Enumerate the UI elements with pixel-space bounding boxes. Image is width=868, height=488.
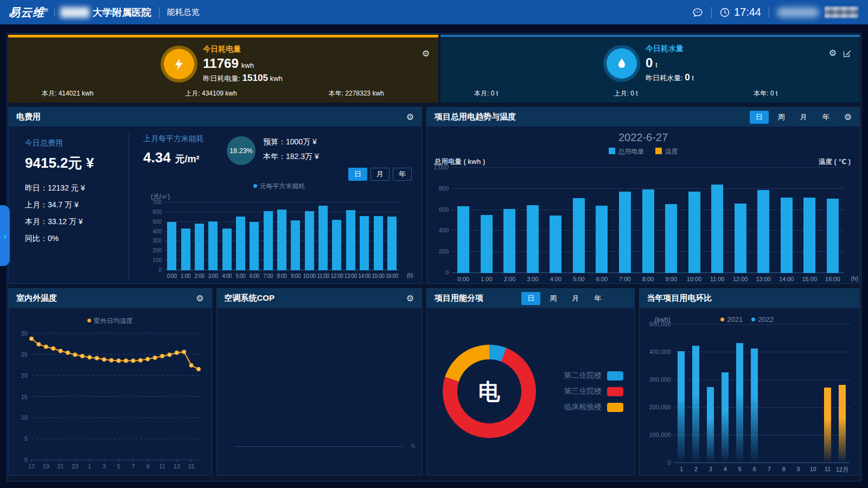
- gear-icon[interactable]: ⚙: [844, 113, 852, 122]
- user-info-redacted[interactable]: [777, 8, 819, 17]
- svg-text:13: 13: [174, 463, 180, 470]
- y-axis-label: (元/㎡): [151, 192, 415, 201]
- dashboard-content: 今日耗电量 11769kwh 昨日耗电量: 15105 kwh 本月: 4140…: [7, 33, 861, 481]
- svg-text:10: 10: [21, 414, 28, 421]
- tab-week[interactable]: 周: [772, 111, 791, 124]
- legend-dot: [253, 184, 257, 188]
- tab-day[interactable]: 日: [521, 292, 540, 305]
- cost-row: 本月：33.12 万 ¥: [25, 217, 129, 227]
- divider: [769, 7, 769, 18]
- gear-icon[interactable]: ⚙: [829, 49, 837, 58]
- chart-legend: 总用电量 温度: [427, 147, 859, 156]
- today-cost-value: 9415.2元 ¥: [25, 154, 129, 173]
- clock: 17:44: [719, 6, 761, 18]
- svg-text:7: 7: [131, 463, 135, 470]
- svg-text:17: 17: [28, 463, 35, 470]
- tab-month[interactable]: 月: [371, 168, 390, 181]
- svg-text:25: 25: [21, 351, 28, 358]
- water-drop-icon: [607, 48, 637, 79]
- panel-title: 空调系统COP: [225, 293, 275, 303]
- legend-chip: [607, 371, 623, 381]
- legend-dot: [87, 319, 91, 322]
- chart-legend: 元每平方米能耗: [143, 182, 415, 191]
- tab-year[interactable]: 年: [393, 168, 412, 181]
- legend-swatch: [655, 148, 662, 154]
- y-axis-label-right: 温度 ( ℃ ): [819, 157, 851, 167]
- yoy-bar-chart: 0100,000200,000300,000400,000500,0001234…: [640, 324, 859, 475]
- svg-text:23: 23: [72, 463, 78, 470]
- legend-dot: [720, 318, 724, 321]
- budget-total: 预算：1000万 ¥: [263, 137, 319, 147]
- user-avatar-redacted[interactable]: [825, 7, 858, 18]
- empty-chart-axis: [234, 446, 404, 447]
- stat-month: 本月: 414021 kwh: [8, 89, 151, 98]
- energy-donut-chart: 电: [427, 308, 552, 475]
- card-value: 0: [646, 55, 653, 70]
- divider: [54, 8, 55, 17]
- divider: [711, 7, 712, 18]
- svg-text:11: 11: [159, 463, 165, 470]
- card-stats: 本月: 0 t 上月: 0 t 本年: 0 t: [441, 89, 860, 98]
- x-axis-unit: h: [411, 442, 415, 450]
- yoy-panel: 当年项目用电环比 (kwh) 2021 2022 0100,000200,000…: [639, 288, 860, 476]
- cost-bar-chart: 01002003004005006007000:001:002:003:004:…: [143, 201, 415, 280]
- svg-text:5: 5: [24, 435, 28, 442]
- edit-icon[interactable]: [843, 49, 851, 58]
- svg-text:19: 19: [43, 463, 49, 470]
- electric-today-card: 今日耗电量 11769kwh 昨日耗电量: 15105 kwh 本月: 4140…: [8, 35, 438, 103]
- panel-title: 项目总用电趋势与温度: [435, 112, 516, 122]
- lightning-icon: [164, 49, 194, 79]
- budget-year: 本年：182.3万 ¥: [263, 152, 319, 162]
- tab-month[interactable]: 月: [566, 292, 585, 305]
- today-cost-label: 今日总费用: [25, 138, 129, 148]
- svg-text:3: 3: [103, 463, 106, 470]
- cop-panel: 空调系统COP ⚙ h: [216, 288, 423, 476]
- message-icon[interactable]: [692, 7, 704, 18]
- breakdown-panel: 项目用能分项 日 周 月 年 电 第二住院楼 第三住院楼 临床检验楼: [426, 288, 635, 476]
- svg-text:9: 9: [146, 463, 149, 470]
- svg-text:20: 20: [21, 372, 28, 379]
- svg-text:15: 15: [188, 463, 194, 470]
- side-drawer-handle[interactable]: ›: [0, 205, 10, 266]
- nav-energy-overview[interactable]: 能耗总览: [167, 7, 200, 17]
- svg-text:0: 0: [24, 457, 28, 463]
- stat-lastmonth: 上月: 434109 kwh: [151, 89, 295, 98]
- tab-day[interactable]: 日: [750, 111, 769, 124]
- divider: [159, 7, 159, 18]
- cost-row: 上月：34.7 万 ¥: [25, 200, 129, 210]
- svg-text:21: 21: [57, 463, 63, 470]
- stat-year: 本年: 0 t: [720, 89, 860, 98]
- card-value: 11769: [203, 56, 238, 71]
- tab-week[interactable]: 周: [544, 292, 563, 305]
- chart-date: 2022-6-27: [427, 131, 859, 144]
- chart-legend: 室外日均温度: [9, 316, 212, 326]
- svg-text:15: 15: [21, 394, 28, 400]
- hospital-name-redacted: [60, 7, 90, 18]
- cost-row: 同比：0%: [25, 234, 129, 244]
- tab-month[interactable]: 月: [794, 111, 813, 124]
- breakdown-tab-group: 日 周 月 年: [521, 292, 607, 305]
- gear-icon[interactable]: ⚙: [406, 294, 414, 303]
- tab-year[interactable]: 年: [588, 292, 607, 305]
- sqm-label: 上月每平方米能耗: [143, 134, 204, 144]
- stat-lastmonth: 上月: 0 t: [580, 89, 720, 98]
- chevron-right-icon: ›: [4, 231, 7, 240]
- temperature-line-chart: 0510152025301719212313579111315: [12, 328, 205, 473]
- cost-row: 昨日：12132 元 ¥: [25, 183, 129, 193]
- legend-chip: [607, 387, 623, 396]
- sqm-value: 4.34元/m²: [143, 149, 204, 166]
- svg-text:30: 30: [21, 330, 28, 337]
- legend-swatch: [609, 148, 615, 154]
- tab-day[interactable]: 日: [348, 168, 367, 181]
- cost-panel: 电费用 ⚙ 今日总费用 9415.2元 ¥ 昨日：12132 元 ¥ 上月：34…: [8, 107, 422, 284]
- chart-legend: 2021 2022: [720, 315, 774, 324]
- legend-chip: [607, 403, 623, 412]
- gear-icon[interactable]: ⚙: [196, 294, 203, 303]
- trend-bar-chart: 02004006008001,0000:001:002:003:004:005:…: [427, 167, 859, 283]
- stat-month: 本月: 0 t: [441, 89, 580, 98]
- gear-icon[interactable]: ⚙: [422, 49, 430, 58]
- stat-year: 本年: 2278323 kwh: [295, 89, 438, 98]
- gear-icon[interactable]: ⚙: [406, 113, 414, 122]
- panel-title: 电费用: [16, 112, 41, 122]
- tab-year[interactable]: 年: [816, 111, 835, 124]
